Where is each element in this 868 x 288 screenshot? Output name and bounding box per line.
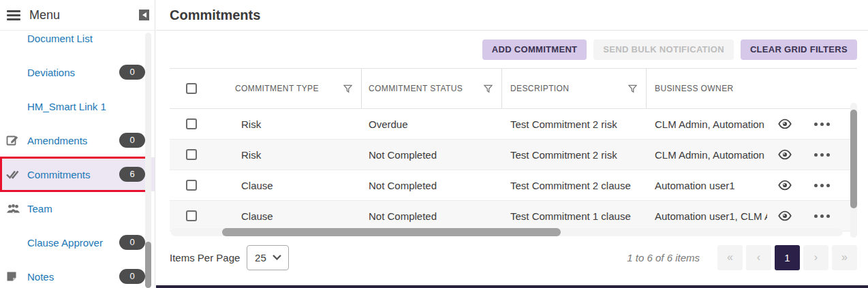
cell-business-owner: CLM Admin, Automation us. [647, 140, 767, 170]
eye-icon[interactable] [777, 210, 792, 221]
sidebar-item-clause-approver[interactable]: Clause Approver 0 [0, 225, 155, 259]
sidebar-item-commitments[interactable]: Commitments 6 [0, 157, 155, 191]
cell-commitment-type: Clause [235, 201, 362, 231]
sidebar-item-label: Team [27, 203, 52, 214]
sidebar-header: Menu [0, 0, 155, 31]
previous-page-button[interactable]: ‹ [746, 245, 771, 270]
cell-description: Test Commitment 1 clause [502, 201, 647, 231]
table-row[interactable]: Clause Not Completed Test Commitment 2 c… [170, 170, 857, 201]
horizontal-scrollbar-thumb[interactable] [222, 228, 561, 236]
column-header-commitment-status: COMMITMENT STATUS [362, 69, 502, 108]
sidebar-item-notes[interactable]: Notes 0 [0, 259, 155, 288]
current-page-button[interactable]: 1 [775, 245, 800, 270]
row-menu-icon[interactable] [813, 123, 831, 126]
column-header-label: DESCRIPTION [510, 84, 569, 93]
header-checkbox-cell [170, 69, 235, 108]
cell-commitment-type: Risk [235, 109, 362, 139]
sidebar-item-team[interactable]: Team [0, 191, 155, 225]
header-eye-cell [767, 69, 803, 108]
items-per-page-select[interactable]: 25 [247, 245, 289, 270]
main-content: Commitments ADD COMMITMENT SEND BULK NOT… [156, 0, 868, 288]
sidebar-item-label: HM_Smart Link 1 [27, 101, 106, 112]
bottom-divider [156, 285, 868, 288]
filter-icon[interactable] [343, 84, 352, 93]
sidebar-scrollbar-thumb[interactable] [145, 242, 151, 288]
filter-icon[interactable] [628, 84, 637, 93]
eye-icon[interactable] [777, 180, 792, 191]
cell-business-owner: Automation user1 [647, 170, 767, 200]
eye-icon[interactable] [777, 118, 792, 129]
note-icon [6, 269, 22, 284]
grid-header-row: COMMITMENT TYPE COMMITMENT STATUS DESCRI… [170, 69, 857, 109]
sidebar-item-deviations[interactable]: Deviations 0 [0, 55, 155, 89]
column-header-commitment-type: COMMITMENT TYPE [235, 69, 362, 108]
table-row[interactable]: Risk Overdue Test Commitment 2 risk CLM … [170, 109, 857, 140]
table-row[interactable]: Risk Not Completed Test Commitment 2 ris… [170, 140, 857, 170]
items-per-page-label: Items Per Page [170, 252, 240, 263]
row-checkbox[interactable] [186, 210, 197, 221]
grid-footer: Items Per Page 25 1 to 6 of 6 items « ‹ … [156, 231, 868, 274]
sidebar-title: Menu [29, 8, 60, 22]
commitments-grid: COMMITMENT TYPE COMMITMENT STATUS DESCRI… [170, 68, 857, 231]
sidebar-item-label: Clause Approver [27, 237, 103, 249]
app-window: Menu Document List Deviations 0 HM_Smart… [0, 0, 868, 288]
sidebar-scrollbar[interactable] [145, 33, 151, 288]
row-menu-icon[interactable] [813, 214, 831, 218]
clear-grid-filters-button[interactable]: CLEAR GRID FILTERS [741, 39, 857, 60]
header-actions-cell [803, 69, 857, 108]
select-all-checkbox[interactable] [186, 83, 197, 94]
column-header-business-owner: BUSINESS OWNER [647, 69, 767, 108]
row-menu-icon[interactable] [813, 184, 831, 187]
sidebar-item-hm-smart-link-1[interactable]: HM_Smart Link 1 [0, 89, 155, 123]
count-badge: 0 [119, 269, 145, 284]
column-header-label: BUSINESS OWNER [655, 84, 734, 93]
column-header-label: COMMITMENT TYPE [235, 84, 319, 93]
sidebar-item-label: Document List [27, 33, 93, 44]
vertical-scrollbar[interactable] [850, 103, 857, 238]
row-checkbox[interactable] [186, 180, 197, 191]
main-header: Commitments [156, 0, 868, 31]
sidebar-item-amendments[interactable]: Amendments 0 [0, 123, 155, 157]
cell-commitment-status: Overdue [362, 109, 502, 139]
next-page-button[interactable]: › [803, 245, 828, 270]
edit-icon [6, 133, 22, 148]
double-check-icon [6, 167, 22, 182]
pagination: « ‹ 1 › » [717, 245, 857, 270]
row-checkbox[interactable] [186, 118, 197, 129]
column-header-description: DESCRIPTION [502, 69, 647, 108]
row-checkbox[interactable] [186, 149, 197, 160]
sidebar-collapse-button[interactable] [139, 10, 149, 20]
first-page-button[interactable]: « [717, 245, 743, 270]
eye-icon[interactable] [777, 149, 792, 160]
items-per-page-value: 25 [255, 252, 266, 263]
toolbar: ADD COMMITMENT SEND BULK NOTIFICATION CL… [156, 31, 868, 68]
cell-commitment-status: Not Completed [362, 201, 502, 231]
chevron-down-icon [273, 255, 281, 260]
hamburger-menu-icon[interactable] [7, 10, 20, 20]
sidebar-item-label: Notes [27, 271, 54, 283]
filter-icon[interactable] [484, 84, 493, 93]
horizontal-scrollbar[interactable] [171, 228, 843, 236]
count-badge: 0 [119, 235, 145, 250]
team-icon [6, 201, 22, 216]
last-page-button[interactable]: » [832, 245, 857, 270]
cell-commitment-status: Not Completed [362, 140, 502, 170]
sidebar-menu: Document List Deviations 0 HM_Smart Link… [0, 21, 155, 288]
vertical-scrollbar-thumb[interactable] [850, 110, 857, 208]
cell-description: Test Commitment 2 risk [502, 140, 647, 170]
send-bulk-notification-button[interactable]: SEND BULK NOTIFICATION [593, 39, 734, 60]
cell-business-owner: Automation user1, CLM Ad. [647, 201, 767, 231]
add-commitment-button[interactable]: ADD COMMITMENT [482, 39, 587, 60]
sidebar-item-label: Deviations [27, 67, 75, 78]
page-title: Commitments [170, 7, 260, 23]
column-header-label: COMMITMENT STATUS [369, 84, 463, 93]
cell-commitment-status: Not Completed [362, 170, 502, 200]
count-badge: 0 [119, 133, 145, 148]
cell-description: Test Commitment 2 risk [502, 109, 647, 139]
table-row[interactable]: Clause Not Completed Test Commitment 1 c… [170, 201, 857, 231]
sidebar-item-label: Amendments [27, 135, 87, 146]
sidebar-item-label: Commitments [27, 169, 91, 180]
cell-description: Test Commitment 2 clause [502, 170, 647, 200]
pagination-range-text: 1 to 6 of 6 items [627, 252, 700, 263]
row-menu-icon[interactable] [813, 153, 831, 157]
